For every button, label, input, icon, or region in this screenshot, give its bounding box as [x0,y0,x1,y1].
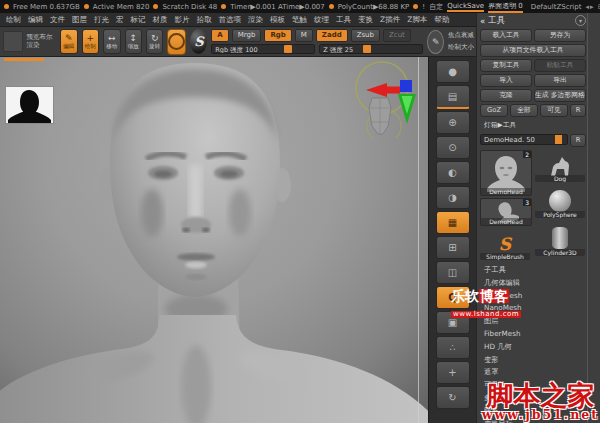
slider-handle[interactable] [363,45,371,53]
tool-thumb-dog[interactable]: Dog [535,150,585,182]
goz-button[interactable]: GoZ [480,104,508,117]
tool-thumb-simplebrush[interactable]: S SimpleBrush [480,228,530,260]
section-subtool[interactable]: 子工具 [480,264,586,277]
menu-stroke[interactable]: 笔触 [292,15,307,25]
tool-thumb-demohead-2[interactable]: 3 DemoHead [480,198,532,226]
boolean-preview-thumb[interactable] [3,31,23,52]
leruan-watermark: 乐软 博客 www.lshand.com [451,289,521,319]
thumb-label: DemoHead [481,188,531,195]
tool-thumb-demohead[interactable]: 2 DemoHead [480,150,532,196]
menu-edit[interactable]: 编辑 [28,15,43,25]
alpha-a-toggle[interactable]: A [211,29,228,42]
section-fibermesh[interactable]: FiberMesh [480,328,586,341]
dots-icon[interactable]: ∴ [436,336,470,359]
section-hd-geometry[interactable]: HD 几何 [480,341,586,354]
menu-macro[interactable]: 宏 [116,15,124,25]
gradient-swatch-icon[interactable]: ▤ [436,85,470,109]
aa-half-icon[interactable]: ◑ [436,186,470,209]
zsub-toggle[interactable]: Zsub [351,29,380,42]
pencil-icon: ✎ [65,34,73,43]
rgb-intensity-label: Rgb 强度 100 [215,46,257,54]
menu-material[interactable]: 材质 [153,15,168,25]
palette-header[interactable]: « 工具 ▾ [480,14,586,27]
rgb-toggle[interactable]: Rgb [264,29,291,42]
slider-handle[interactable] [555,135,562,144]
section-deformation[interactable]: 变形 [480,354,586,367]
copy-tool-button[interactable]: 复制工具 [480,59,532,72]
goz-all-button[interactable]: 全部 [510,104,538,117]
goz-visible-button[interactable]: 可见 [540,104,568,117]
focal-shift-icon[interactable]: ✎ [427,30,444,54]
menu-movie[interactable]: 影片 [175,15,190,25]
import-button[interactable]: 导入 [480,74,532,87]
paste-tool-button[interactable]: 粘贴工具 [534,59,586,72]
quicksave-button[interactable]: QuickSave [447,2,484,12]
collapse-arrow-icon[interactable]: « [480,16,485,26]
menu-zplugin[interactable]: Z插件 [380,15,400,25]
menu-texture[interactable]: 纹理 [314,15,329,25]
default-zscript-button[interactable]: DefaultZScript [531,3,582,11]
zcut-toggle[interactable]: Zcut [383,29,411,42]
section-masking[interactable]: 遮罩 [480,366,586,379]
export-button[interactable]: 导出 [534,74,586,87]
z-intensity-label: Z 强度 25 [323,46,353,54]
draw-mode-button[interactable]: + 绘制 [82,29,99,54]
m-toggle[interactable]: M [295,29,313,42]
menu-zscript[interactable]: Z脚本 [407,15,427,25]
floor-grid-icon[interactable]: ⊞ [436,236,470,259]
rgb-intensity-slider[interactable]: Rgb 强度 100 [211,44,315,54]
menu-marker[interactable]: 标记 [131,15,146,25]
menu-render[interactable]: 渲染 [248,15,263,25]
make-polymesh3d-button[interactable]: 生成 多边形网格物体 [534,89,586,102]
silhouette-thumbnail[interactable] [5,86,54,124]
edit-mode-button[interactable]: ✎ 编辑 [60,29,77,54]
brush-ring-button[interactable] [167,29,186,55]
scale-mode-button[interactable]: ↕ 缩放 [125,29,142,54]
menu-light[interactable]: 打光 [94,15,109,25]
save-as-button[interactable]: 另存为 [534,29,586,42]
palette-menu-icon[interactable]: ▾ [575,15,586,26]
lightbox-tool-button[interactable]: 灯箱▶工具 [480,119,586,132]
focal-shift-slider[interactable]: 焦点衰减 ( [448,31,475,40]
menu-picker[interactable]: 拾取 [197,15,212,25]
sculpt-canvas[interactable] [0,57,428,423]
titlebar-tools-icons[interactable]: ◂▸ ⊞ ▾ [586,3,600,11]
move-mode-button[interactable]: ↔ 移动 [103,29,120,54]
r-button[interactable]: R [570,104,586,117]
r-button-2[interactable]: R [570,134,586,147]
menu-transform[interactable]: 变换 [358,15,373,25]
move-nav-icon[interactable]: + [436,361,470,384]
active-tool-slider[interactable]: DemoHead. 50 [480,134,568,145]
menu-layer[interactable]: 图层 [72,15,87,25]
menu-preferences[interactable]: 首选项 [219,15,242,25]
load-from-project-button[interactable]: 从项目文件载入工具 [480,44,586,57]
menu-help[interactable]: 帮助 [434,15,449,25]
camview-axis-widget[interactable] [354,60,426,138]
clone-button[interactable]: 克隆 [480,89,532,102]
actual-size-icon[interactable]: ◐ [436,161,470,184]
slider-handle[interactable] [284,45,292,53]
rotate-nav-icon[interactable]: ↻ [436,386,470,409]
mrgb-toggle[interactable]: Mrgb [232,29,262,42]
menu-draw[interactable]: 绘制 [6,15,21,25]
z-intensity-slider[interactable]: Z 强度 25 [319,44,423,54]
draw-size-slider[interactable]: 绘制大小 [448,43,475,52]
tool-thumb-polysphere[interactable]: PolySphere [535,184,585,218]
scroll-icon[interactable]: ⊕ [436,111,470,134]
menu-stencil[interactable]: 模板 [270,15,285,25]
rotate-mode-button[interactable]: ↻ 旋转 [146,29,163,54]
rotate-label: 旋转 [149,43,160,49]
jb51-title: 脚本之家 [482,382,599,409]
ui-opacity-slider[interactable]: 界面透明 0 [488,1,523,13]
material-sphere-icon[interactable]: ● [436,60,470,83]
load-tool-button[interactable]: 载入工具 [480,29,532,42]
tool-thumb-cylinder3d[interactable]: Cylinder3D [535,220,585,256]
zadd-toggle[interactable]: Zadd [316,29,348,42]
menu-file[interactable]: 文件 [50,15,65,25]
current-brush-preview[interactable]: S [190,29,207,54]
menu-tool[interactable]: 工具 [336,15,351,25]
live-boolean-label[interactable]: 预览布尔渲染 [27,34,57,48]
local-symmetry-icon[interactable]: ◫ [436,261,470,284]
persp-grid-icon[interactable]: ▦ [436,211,470,234]
zoom-icon[interactable]: ⊙ [436,136,470,159]
